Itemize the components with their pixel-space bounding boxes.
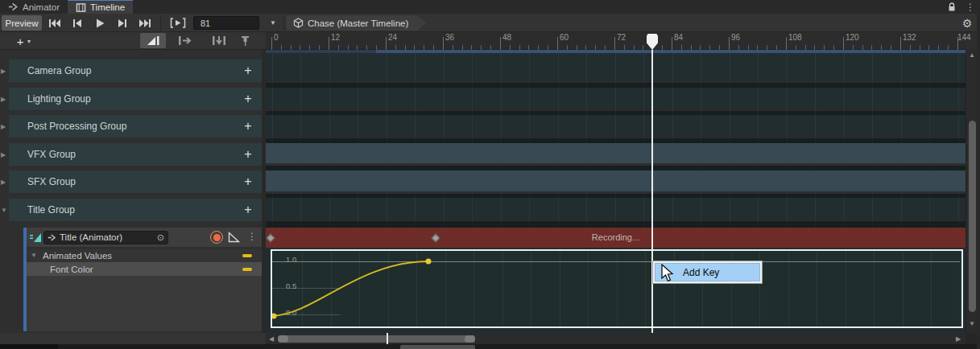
pin-icon — [241, 35, 250, 47]
replace-mode-button[interactable] — [206, 33, 232, 48]
ripple-mode-button[interactable] — [172, 33, 198, 48]
tab-timeline-label: Timeline — [90, 2, 125, 12]
font-color-row[interactable]: Font Color — [27, 262, 262, 276]
lock-icon[interactable] — [947, 2, 957, 12]
track-group-postprocessing[interactable]: Post Processing Group + — [9, 115, 262, 138]
add-to-group-button[interactable]: + — [242, 64, 254, 78]
recording-clip-bar[interactable]: Recording... — [266, 228, 966, 248]
next-frame-icon — [118, 18, 127, 28]
goto-start-button[interactable] — [43, 15, 66, 31]
row-gap — [266, 165, 966, 170]
curve-editor-panel[interactable]: 1.0 0.5 0.0 — [271, 249, 963, 328]
preview-button[interactable]: Preview — [2, 15, 42, 31]
animator-track-header[interactable]: Title (Animator) ⊙ ⋮ — [27, 228, 262, 247]
track-group-sfx[interactable]: SFX Group + — [9, 170, 262, 193]
play-range-button[interactable] — [166, 15, 190, 31]
add-to-group-button[interactable]: + — [242, 203, 254, 217]
track-toolbar: +▼ — [0, 32, 266, 50]
add-to-group-button[interactable]: + — [242, 92, 254, 106]
row-gap — [266, 193, 966, 198]
mix-mode-icon — [147, 35, 160, 46]
add-to-group-button[interactable]: + — [242, 174, 254, 189]
ruler-major-tick — [786, 37, 787, 50]
play-icon — [96, 18, 105, 28]
toolbar-separator — [160, 15, 161, 31]
track-group-camera[interactable]: Camera Group + — [9, 60, 262, 82]
vertical-scrollbar[interactable]: ▲ ▼ — [966, 50, 977, 333]
row-gap — [266, 110, 966, 115]
track-group-vfx[interactable]: VFX Group + — [9, 143, 262, 166]
fold-arrow-animated-values[interactable]: ▼ — [31, 252, 38, 259]
ruler-major-tick — [443, 37, 444, 50]
goto-end-button[interactable] — [134, 15, 156, 31]
horizontal-scrollbar[interactable]: ◀ ▶ — [266, 333, 966, 344]
fold-arrow-vfx[interactable]: ▶ — [1, 151, 8, 158]
zoom-handle-left[interactable] — [278, 335, 288, 343]
animation-curve[interactable] — [272, 251, 960, 326]
scroll-left-icon[interactable]: ◀ — [269, 335, 274, 343]
vertical-scroll-thumb[interactable] — [969, 121, 976, 312]
tab-animator[interactable]: Animator — [0, 0, 68, 14]
ruler-major-tick — [386, 37, 387, 50]
timeline-content-area[interactable]: Recording... 1.0 0.5 0.0 — [266, 50, 966, 333]
group-label: Post Processing Group — [27, 121, 126, 132]
track-options-kebab-icon[interactable]: ⋮ — [247, 231, 257, 242]
tab-timeline[interactable]: Timeline — [68, 0, 133, 14]
preview-label: Preview — [6, 18, 39, 28]
add-to-group-button[interactable]: + — [242, 119, 254, 133]
animated-values-label: Animated Values — [43, 251, 112, 261]
mix-mode-button[interactable] — [140, 33, 166, 48]
track-body-background — [27, 276, 262, 331]
settings-gear-icon[interactable]: ⚙ — [958, 14, 976, 31]
next-frame-button[interactable] — [111, 15, 134, 31]
ruler-tick-label: 0 — [274, 33, 279, 42]
animator-track-name: Title (Animator) — [60, 232, 122, 242]
previous-frame-button[interactable] — [66, 15, 89, 31]
animator-object-field[interactable]: Title (Animator) ⊙ — [43, 231, 168, 244]
row-gap — [266, 138, 966, 143]
ruler-major-tick — [614, 37, 615, 50]
track-list-panel: ▶ ▶ ▶ ▶ ▶ ▼ Camera Group + Lighting Grou… — [0, 50, 266, 333]
horizontal-scroll-thumb[interactable] — [278, 335, 475, 343]
ruler-tick-label: 12 — [331, 33, 340, 42]
add-to-group-button[interactable]: + — [242, 147, 254, 162]
curve-key-end[interactable] — [426, 259, 432, 265]
fold-arrow-postprocessing[interactable]: ▶ — [1, 123, 8, 130]
track-group-lighting[interactable]: Lighting Group + — [9, 88, 262, 110]
zoom-handle-right[interactable] — [465, 335, 475, 343]
scroll-right-icon[interactable]: ▶ — [956, 335, 961, 343]
animated-values-row[interactable]: ▼ Animated Values — [27, 249, 262, 263]
recording-label: Recording... — [266, 228, 966, 248]
play-range-icon — [170, 18, 186, 28]
frame-field[interactable]: 81 — [193, 16, 259, 30]
marker-pin-button[interactable] — [237, 34, 253, 48]
fold-arrow-lighting[interactable]: ▶ — [1, 96, 8, 103]
object-picker-icon[interactable]: ⊙ — [157, 232, 164, 243]
breadcrumb-label: Chase (Master Timeline) — [308, 18, 408, 28]
time-ruler[interactable]: 0 12 24 36 48 60 72 84 96 108 120 132 14… — [266, 32, 966, 50]
sfx-clip[interactable] — [266, 170, 966, 193]
duration-bar — [376, 50, 966, 53]
ruler-tick-label: 72 — [617, 33, 626, 42]
record-button[interactable] — [210, 231, 223, 244]
curves-view-icon[interactable] — [228, 232, 240, 243]
scroll-down-icon[interactable]: ▼ — [969, 320, 975, 327]
fold-arrow-title[interactable]: ▼ — [1, 207, 8, 214]
window-menu-icon[interactable]: ⋮ — [966, 2, 975, 13]
breadcrumb[interactable]: Chase (Master Timeline) — [287, 15, 426, 31]
track-group-title[interactable]: Title Group + — [9, 199, 262, 221]
ruler-major-tick — [900, 37, 901, 50]
fold-arrow-sfx[interactable]: ▶ — [1, 179, 8, 186]
vfx-clip[interactable] — [266, 143, 966, 165]
play-button[interactable] — [89, 15, 111, 31]
add-track-button[interactable]: +▼ — [10, 34, 39, 48]
keyframe-indicator[interactable] — [242, 254, 252, 257]
frame-dropdown-arrow[interactable]: ▼ — [266, 16, 280, 30]
fold-arrow-camera[interactable]: ▶ — [1, 68, 8, 75]
plus-icon: + — [17, 35, 24, 48]
curve-key-start[interactable] — [272, 314, 277, 319]
bottom-strip-box — [400, 345, 475, 349]
keyframe-indicator[interactable] — [242, 268, 252, 271]
scroll-up-icon[interactable]: ▲ — [969, 51, 975, 59]
ruler-tick-label: 60 — [560, 33, 569, 42]
